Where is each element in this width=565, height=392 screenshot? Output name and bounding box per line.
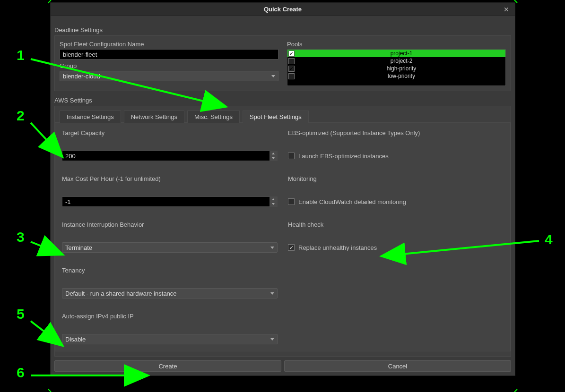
titlebar: Quick Create ✕ [51,3,515,16]
interruption-value: Terminate [65,244,92,251]
config-name-label: Spot Fleet Configuration Name [60,41,278,48]
tenancy-value: Default - run a shared hardware instance [65,290,177,297]
tabs: Instance Settings Network Settings Misc.… [55,110,511,123]
group-combo[interactable]: blender-cloud [60,71,278,81]
max-cost-value[interactable]: -1 [62,197,269,206]
pool-item[interactable]: project-2 [287,57,505,65]
tenancy-label: Tenancy [62,267,278,274]
quick-create-dialog: Quick Create ✕ Deadline Settings Spot Fl… [50,2,515,376]
target-capacity-value[interactable]: 200 [62,151,269,161]
aws-settings-label: AWS Settings [54,97,511,104]
chevron-down-icon [270,247,274,249]
checkbox-icon[interactable] [288,51,295,57]
health-checkbox[interactable] [288,244,295,251]
health-label: Health check [288,221,504,228]
health-checkbox-label: Replace unhealthy instances [298,244,377,251]
checkbox-icon[interactable] [288,66,295,72]
ip-label: Auto-assign IPv4 public IP [62,313,278,320]
spinner-up-icon[interactable] [269,197,277,202]
spinner-up-icon[interactable] [269,151,277,156]
config-name-input[interactable] [60,49,278,60]
interruption-combo[interactable]: Terminate [62,242,278,253]
max-cost-spinner[interactable]: -1 [62,196,278,207]
monitoring-checkbox[interactable] [288,198,295,205]
tab-instance-settings[interactable]: Instance Settings [60,111,121,123]
chevron-down-icon [270,292,274,295]
annotation-number: 2 [17,108,25,124]
dialog-title: Quick Create [264,6,302,13]
annotation-number: 4 [545,231,553,247]
ip-value: Disable [65,336,86,343]
close-icon[interactable]: ✕ [502,5,511,14]
chevron-down-icon [271,75,275,77]
ebs-label: EBS-optimized (Supported Instance Types … [288,129,504,136]
annotation-number: 6 [17,365,25,381]
aws-settings-group: Instance Settings Network Settings Misc.… [54,106,511,357]
group-value: blender-cloud [63,73,100,80]
checkbox-icon[interactable] [288,73,295,79]
annotation-number: 1 [17,47,25,63]
group-label: Group [60,62,278,69]
checkbox-icon[interactable] [288,58,295,64]
tenancy-combo[interactable]: Default - run a shared hardware instance [62,288,278,298]
ebs-checkbox[interactable] [288,153,295,159]
chevron-down-icon [270,338,274,341]
tab-spot-fleet-settings[interactable]: Spot Fleet Settings [243,111,309,123]
annotation-number: 5 [17,306,25,322]
pool-item[interactable]: low-priority [287,72,505,80]
tab-misc-settings[interactable]: Misc. Settings [187,111,240,123]
pools-list[interactable]: project-1 project-2 high-priority l [287,49,506,86]
deadline-settings-group: Spot Fleet Configuration Name Group blen… [54,35,511,91]
target-capacity-label: Target Capacity [62,129,278,136]
pool-item[interactable]: high-priority [287,65,505,72]
cancel-button[interactable]: Cancel [284,360,511,372]
ebs-checkbox-label: Launch EBS-optimized instances [298,153,389,160]
annotation-number: 3 [17,229,25,245]
pool-item[interactable]: project-1 [287,50,505,57]
spinner-down-icon[interactable] [269,202,277,206]
monitoring-label: Monitoring [288,175,504,182]
pools-label: Pools [287,41,506,48]
tab-network-settings[interactable]: Network Settings [124,111,184,123]
spot-fleet-panel: Target Capacity 200 EBS-optimized (Suppo… [55,123,511,351]
target-capacity-spinner[interactable]: 200 [62,151,278,161]
deadline-settings-label: Deadline Settings [54,26,511,34]
ip-combo[interactable]: Disable [62,334,278,344]
create-button[interactable]: Create [54,360,281,372]
max-cost-label: Max Cost Per Hour (-1 for unlimited) [62,175,278,182]
monitoring-checkbox-label: Enable CloudWatch detailed monitoring [298,198,406,205]
interruption-label: Instance Interruption Behavior [62,221,278,228]
spinner-down-icon[interactable] [269,156,277,161]
